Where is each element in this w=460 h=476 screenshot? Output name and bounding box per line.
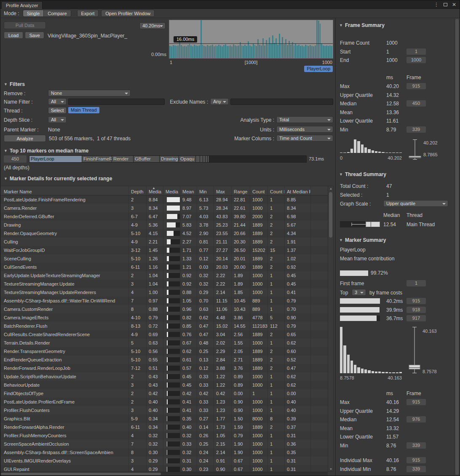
table-row[interactable]: Render.OpaqueGeometry5-104.154.522.9023.…	[0, 229, 328, 238]
close-icon[interactable]: ✕	[452, 2, 456, 8]
frame-badge[interactable]: 915	[407, 298, 426, 304]
top-count-dropdown[interactable]: 3	[352, 289, 366, 296]
frame-summary-header[interactable]: ▼Frame Summary	[339, 22, 385, 28]
top10-segment[interactable]: PlayerLoop	[29, 156, 82, 162]
selected-marker-tag[interactable]: PlayerLoop	[304, 66, 333, 72]
scrollbar-thumb[interactable]	[329, 192, 332, 238]
column-header[interactable]: Max	[214, 186, 232, 195]
table-row[interactable]: Assembly-CSharp-firstpass.dll!::WaterTil…	[0, 297, 328, 305]
table-row[interactable]: Render.TransparentGeometry5-100.560.620.…	[0, 347, 328, 356]
thread-filter-tag[interactable]: Main Thread	[68, 107, 99, 113]
pull-data-button[interactable]: Pull Data	[4, 21, 46, 29]
column-header[interactable]: Min	[197, 186, 214, 195]
frame-badge[interactable]: 915	[407, 399, 426, 405]
tab-compare[interactable]: Compare	[43, 10, 71, 17]
frame-summary-histogram[interactable]	[340, 139, 402, 153]
table-row[interactable]: Culling4-92.212.270.8121.1120.30188921.9…	[0, 238, 328, 246]
table-row[interactable]: Graphics.Blit5-90.340.350.271.771.508000…	[0, 414, 328, 423]
table-row[interactable]: CullResults.CreateSharedRendererScene4-9…	[0, 330, 328, 339]
frame-badge[interactable]: 450	[407, 100, 426, 107]
frame-badge[interactable]: 915	[407, 457, 426, 463]
column-header[interactable]: Depth	[129, 186, 147, 195]
table-row[interactable]: Assembly-CSharp-firstpass.dll!::ScreenSp…	[0, 448, 328, 457]
tab-single[interactable]: Single	[23, 10, 44, 17]
table-row[interactable]: Update.ScriptRunBehaviourUpdate20.430.45…	[0, 372, 328, 381]
column-header[interactable]: Range	[232, 186, 250, 195]
table-row[interactable]: Profiler.FlushMemoryCounters40.320.320.2…	[0, 431, 328, 440]
table-row[interactable]: PostLateUpdate.ProfilerEndFrame20.400.41…	[0, 398, 328, 406]
table-row[interactable]: RenderForward.RenderLoopJob7-120.510.570…	[0, 364, 328, 372]
save-button[interactable]: Save	[25, 32, 44, 39]
top10-segment[interactable]	[208, 156, 209, 162]
frame-badge[interactable]: 917	[407, 315, 426, 321]
frame-badge[interactable]: 339	[407, 466, 426, 472]
table-row[interactable]: PostLateUpdate.FinishFrameRendering28.84…	[0, 195, 328, 204]
titlebar[interactable]: Profile Analyzer ⋮ ✕	[0, 0, 460, 9]
menu-icon[interactable]: ⋮	[434, 2, 439, 8]
table-row[interactable]: CullSendEvents6-111.161.210.0320.0320.00…	[0, 263, 328, 271]
top10-section-header[interactable]: ▼Top 10 markers on median frame	[4, 148, 88, 154]
table-row[interactable]: UIEvents.IMGUIRenderOverlays30.290.310.2…	[0, 457, 328, 465]
table-row[interactable]: Camera.CustomRender80.880.960.6311.0610.…	[0, 305, 328, 313]
top10-segment[interactable]: Drawing	[160, 156, 179, 162]
frame-badge[interactable]: 976	[407, 416, 426, 423]
thread-summary-header[interactable]: ▼Thread Summary	[339, 171, 386, 177]
sort-ascending-icon[interactable]: ▲	[152, 186, 155, 190]
export-button[interactable]: Export	[77, 10, 99, 17]
table-row[interactable]: ScreenSpaceAmbientOcclusion70.320.330.25…	[0, 440, 328, 448]
column-header[interactable]: Marker Name	[0, 186, 129, 195]
table-row[interactable]: Camera.Render38.348.975.7328.3422.611000…	[0, 204, 328, 212]
table-row[interactable]: EarlyUpdate.UpdateTextureStreamingManage…	[0, 271, 328, 280]
top10-segment[interactable]: GBuffer	[134, 156, 160, 162]
marker-summary-histogram[interactable]	[340, 327, 402, 373]
top10-segment[interactable]: FinishFrameR	[82, 156, 112, 162]
table-row[interactable]: EndRenderQueueExtraction5-100.550.610.13…	[0, 356, 328, 364]
frame-badge[interactable]: 915	[407, 83, 426, 89]
name-filter-input[interactable]	[68, 99, 165, 105]
top10-segment[interactable]: Opaqu	[179, 156, 196, 162]
open-profiler-window-button[interactable]: Open Profiler Window	[101, 10, 155, 17]
table-row[interactable]: TextureStreamingManager.UpdateRenderers4…	[0, 288, 328, 297]
window-tab[interactable]: Profile Analyzer	[1, 1, 43, 9]
top10-segment[interactable]	[200, 156, 203, 162]
remove-dropdown[interactable]: None	[48, 90, 131, 96]
table-row[interactable]: BehaviourUpdate30.430.450.331.220.891000…	[0, 381, 328, 389]
table-row[interactable]: BatchRenderer.Flush8-130.720.850.4715.02…	[0, 322, 328, 330]
units-dropdown[interactable]: Milliseconds	[276, 126, 333, 133]
table-row[interactable]: FindObjectsOfType20.420.420.420.420.0011…	[0, 389, 328, 398]
column-header[interactable]: At Median F	[285, 186, 311, 195]
column-header[interactable]: Count Fra	[268, 186, 285, 195]
load-button[interactable]: Load	[4, 32, 23, 39]
frame-badge[interactable]: 1	[407, 48, 426, 55]
analyze-button[interactable]: Analyze	[4, 135, 46, 142]
table-row[interactable]: Terrain.Details.Render50.630.670.482.021…	[0, 339, 328, 347]
column-header[interactable]: Mean	[180, 186, 197, 195]
table-row[interactable]: SceneCulling5-101.261.330.1220.1420.0118…	[0, 254, 328, 263]
scroll-down-icon[interactable]: ▼	[329, 468, 332, 471]
maximize-icon[interactable]	[444, 3, 447, 6]
thread-select-button[interactable]: Select	[48, 107, 67, 114]
details-section-header[interactable]: ▼Marker Details for currently selected r…	[4, 176, 112, 182]
top10-bar[interactable]: PlayerLoopFinishFrameRRenderGBufferDrawi…	[29, 155, 307, 163]
table-row[interactable]: Camera.ImageEffects4-100.790.820.624.483…	[0, 313, 328, 322]
panel-scrollbar[interactable]	[454, 18, 460, 476]
column-header[interactable]: Media	[163, 186, 180, 195]
exclude-mode-dropdown[interactable]: Any	[210, 98, 229, 105]
table-vertical-scrollbar[interactable]: ▲ ▼	[328, 186, 334, 472]
graph-scale-dropdown[interactable]: Upper quartile	[383, 200, 448, 207]
frame-badge[interactable]: 918	[407, 307, 426, 313]
table-row[interactable]: Drawing4-95.365.833.7825.2321.44188925.6…	[0, 221, 328, 229]
exclude-names-input[interactable]	[230, 99, 333, 105]
table-row[interactable]: Profiler.FlushCounters30.400.410.331.230…	[0, 406, 328, 414]
filters-section-header[interactable]: ▼Filters	[4, 81, 25, 87]
table-row[interactable]: RenderDeferred.GBuffer6-76.477.074.0343.…	[0, 212, 328, 221]
first-frame-badge[interactable]: 1	[407, 280, 426, 286]
top10-segment[interactable]: Render	[112, 156, 134, 162]
marker-columns-dropdown[interactable]: Time and Count	[276, 135, 333, 142]
name-filter-mode-dropdown[interactable]: All	[48, 98, 67, 105]
depth-slice-dropdown[interactable]: All	[48, 116, 67, 123]
median-frame-badge[interactable]: 450	[4, 155, 27, 163]
scroll-up-icon[interactable]: ▲	[329, 187, 332, 190]
table-row[interactable]: TextureStreamingManager.Update31.040.920…	[0, 280, 328, 288]
frame-badge[interactable]: 339	[407, 442, 426, 449]
